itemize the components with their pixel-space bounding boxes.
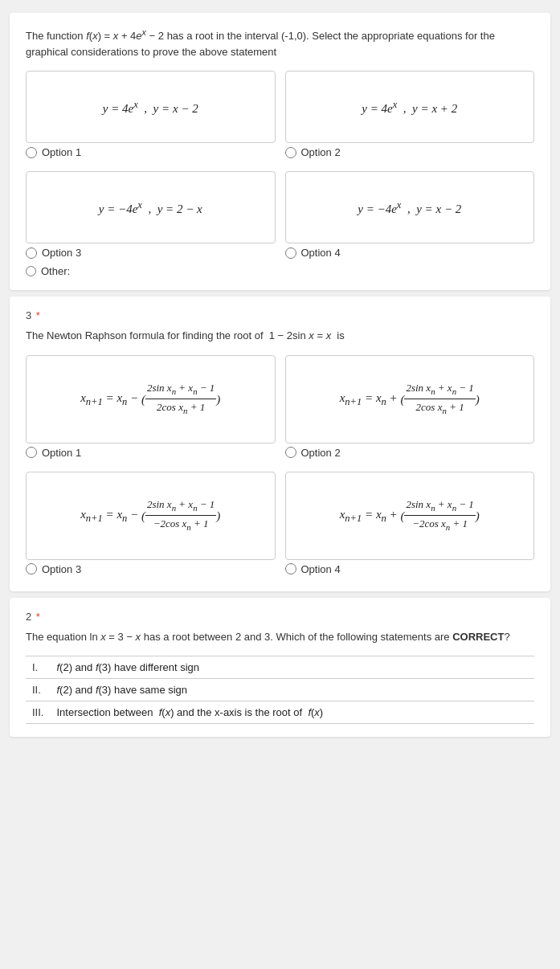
statement-text-2: f(2) and f(3) have same sign — [50, 679, 534, 701]
option-box-1: y = 4ex , y = x − 2 — [26, 71, 276, 143]
required-star-nr: * — [36, 309, 40, 321]
nr-option-4-radio[interactable] — [285, 563, 296, 574]
nr-option-4-math: xn+1 = xn + ( 2sin xn + xn − 1 −2cos xn … — [340, 497, 480, 534]
option-2-math: y = 4ex , y = x + 2 — [362, 96, 457, 118]
nr-option-2-radio[interactable] — [285, 447, 296, 458]
option-3-math: y = −4ex , y = 2 − x — [99, 197, 202, 219]
nr-option-1-radio[interactable] — [26, 447, 37, 458]
option-box-4: y = −4ex , y = x − 2 — [285, 171, 535, 243]
nr-option-unit-2: xn+1 = xn + ( 2sin xn + xn − 1 2cos xn +… — [285, 355, 535, 462]
option-unit-1: y = 4ex , y = x − 2 Option 1 — [26, 71, 276, 162]
nr-option-2-label: Option 2 — [301, 447, 341, 459]
statement-row-3: III. Intersection between f(x) and the x… — [26, 701, 534, 724]
required-star-statements: * — [36, 611, 40, 623]
statement-row-2: II. f(2) and f(3) have same sign — [26, 679, 534, 701]
nr-option-1-label: Option 1 — [42, 447, 81, 459]
nr-option-4-label: Option 4 — [301, 563, 341, 575]
option-unit-3: y = −4ex , y = 2 − x Option 3 — [26, 171, 276, 262]
question-text-statements: The equation ln x = 3 − x has a root bet… — [26, 629, 534, 645]
other-radio[interactable] — [26, 266, 36, 276]
nr-option-3-label-row: Option 3 — [26, 563, 276, 575]
option-unit-2: y = 4ex , y = x + 2 Option 2 — [285, 71, 535, 162]
nr-option-3-radio[interactable] — [26, 563, 37, 574]
option-box-3: y = −4ex , y = 2 − x — [26, 171, 276, 243]
question-card-statements: 2 * The equation ln x = 3 − x has a root… — [10, 598, 550, 738]
question-card-graphical: The function f(x) = x + 4ex − 2 has a ro… — [10, 13, 550, 290]
statement-roman-1: I. — [26, 656, 50, 679]
page-container: The function f(x) = x + 4ex − 2 has a ro… — [0, 0, 560, 750]
option-4-label: Option 4 — [301, 247, 341, 259]
option-1-label: Option 1 — [42, 146, 81, 158]
nr-option-2-math: xn+1 = xn + ( 2sin xn + xn − 1 2cos xn +… — [340, 380, 480, 418]
question-text-nr: The Newton Raphson formula for finding t… — [26, 328, 534, 344]
nr-option-1-math: xn+1 = xn − ( 2sin xn + xn − 1 2cos xn +… — [80, 380, 220, 418]
option-unit-4: y = −4ex , y = x − 2 Option 4 — [285, 171, 535, 262]
option-2-label-row: Option 2 — [285, 146, 535, 158]
nr-option-box-1: xn+1 = xn − ( 2sin xn + xn − 1 2cos xn +… — [26, 355, 276, 444]
statement-roman-3: III. — [26, 701, 50, 724]
option-4-math: y = −4ex , y = x − 2 — [358, 197, 461, 219]
option-3-label: Option 3 — [42, 247, 81, 259]
nr-option-unit-4: xn+1 = xn + ( 2sin xn + xn − 1 −2cos xn … — [285, 472, 535, 579]
option-3-label-row: Option 3 — [26, 247, 276, 259]
option-2-radio[interactable] — [285, 147, 296, 158]
nr-option-3-label: Option 3 — [42, 563, 81, 575]
option-4-radio[interactable] — [285, 247, 296, 259]
statements-table: I. f(2) and f(3) have different sign II.… — [26, 656, 534, 724]
option-1-radio[interactable] — [26, 147, 37, 158]
options-row-1: y = 4ex , y = x − 2 Option 1 y = 4ex , y… — [26, 71, 534, 162]
nr-options-row-2: xn+1 = xn − ( 2sin xn + xn − 1 −2cos xn … — [26, 472, 534, 579]
statement-row-1: I. f(2) and f(3) have different sign — [26, 656, 534, 679]
nr-option-2-label-row: Option 2 — [285, 447, 535, 459]
option-1-label-row: Option 1 — [26, 146, 276, 158]
statement-roman-2: II. — [26, 679, 50, 701]
nr-options-row-1: xn+1 = xn − ( 2sin xn + xn − 1 2cos xn +… — [26, 355, 534, 462]
other-row: Other: — [26, 265, 534, 277]
question-number-nr: 3 * — [26, 309, 534, 321]
nr-option-box-4: xn+1 = xn + ( 2sin xn + xn − 1 −2cos xn … — [285, 472, 535, 560]
question-number-statements: 2 * — [26, 611, 534, 623]
nr-option-unit-1: xn+1 = xn − ( 2sin xn + xn − 1 2cos xn +… — [26, 355, 276, 462]
statement-text-1: f(2) and f(3) have different sign — [50, 656, 534, 679]
nr-option-box-2: xn+1 = xn + ( 2sin xn + xn − 1 2cos xn +… — [285, 355, 535, 444]
nr-option-4-label-row: Option 4 — [285, 563, 535, 575]
question-text-graphical: The function f(x) = x + 4ex − 2 has a ro… — [26, 26, 534, 59]
nr-option-3-math: xn+1 = xn − ( 2sin xn + xn − 1 −2cos xn … — [80, 497, 220, 534]
statement-text-3: Intersection between f(x) and the x-axis… — [50, 701, 534, 724]
option-1-math: y = 4ex , y = x − 2 — [103, 96, 198, 118]
option-4-label-row: Option 4 — [285, 247, 535, 259]
nr-option-box-3: xn+1 = xn − ( 2sin xn + xn − 1 −2cos xn … — [26, 472, 276, 560]
option-2-label: Option 2 — [301, 146, 341, 158]
nr-option-1-label-row: Option 1 — [26, 447, 276, 459]
option-box-2: y = 4ex , y = x + 2 — [285, 71, 535, 143]
other-label: Other: — [41, 265, 70, 277]
nr-option-unit-3: xn+1 = xn − ( 2sin xn + xn − 1 −2cos xn … — [26, 472, 276, 579]
question-card-nr: 3 * The Newton Raphson formula for findi… — [10, 296, 550, 591]
option-3-radio[interactable] — [26, 247, 37, 259]
options-row-2: y = −4ex , y = 2 − x Option 3 y = −4ex ,… — [26, 171, 534, 262]
